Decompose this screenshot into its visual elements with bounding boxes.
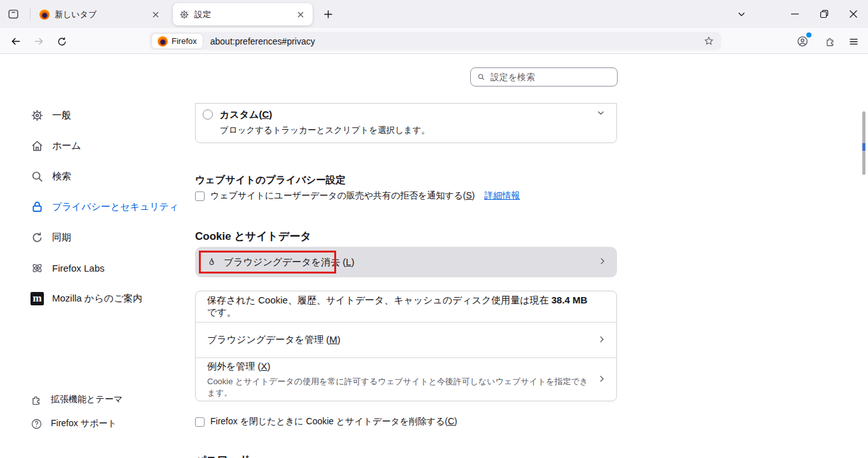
back-button[interactable] xyxy=(8,33,24,50)
url-bar[interactable]: Firefox about:preferences#privacy xyxy=(149,32,721,50)
sidebar-item-mozilla[interactable]: m Mozilla からのご案内 xyxy=(31,283,189,314)
website-privacy-heading: ウェブサイトのプライバシー設定 xyxy=(195,174,346,187)
cookies-heading: Cookie とサイトデータ xyxy=(195,229,311,244)
tab-title: 新しいタブ xyxy=(55,9,150,20)
custom-radio-label: カスタム(C) xyxy=(220,109,272,121)
flame-icon xyxy=(207,257,217,267)
sidebar-item-general[interactable]: 一般 xyxy=(31,100,189,130)
sidebar-item-label: Firefox Labs xyxy=(52,263,105,274)
menu-button[interactable] xyxy=(845,33,862,50)
settings-search-box[interactable] xyxy=(470,67,618,87)
disk-usage-row: 保存された Cookie、履歴、サイトデータ、キャッシュのディスク使用量は現在 … xyxy=(196,291,616,322)
tab-new-tab[interactable]: 新しいタブ xyxy=(33,3,168,25)
clear-browsing-data-label: ブラウジングデータを消去 (L) xyxy=(224,256,355,268)
sidebar-item-label: 同期 xyxy=(52,232,71,244)
sidebar-item-privacy-security[interactable]: プライバシーとセキュリティ xyxy=(31,191,189,222)
question-icon xyxy=(31,418,43,430)
notification-dot xyxy=(806,32,811,38)
disk-usage-value: 38.4 MB xyxy=(552,295,588,305)
sidebar-item-firefox-support[interactable]: Firefox サポート xyxy=(31,415,189,432)
sidebar-item-label: 一般 xyxy=(52,109,71,121)
clear-browsing-data-button[interactable]: ブラウジングデータを消去 (L) xyxy=(195,247,617,277)
chevron-right-icon xyxy=(598,257,607,268)
chevron-down-icon[interactable] xyxy=(597,108,605,120)
mozilla-logo-icon: m xyxy=(31,292,44,305)
sidebar-item-firefox-labs[interactable]: Firefox Labs xyxy=(31,253,189,283)
settings-search-input[interactable] xyxy=(491,72,611,82)
firefox-view-icon[interactable] xyxy=(5,6,22,22)
identity-chip[interactable]: Firefox xyxy=(152,34,203,48)
sidebar-item-label: 検索 xyxy=(52,170,71,183)
chevron-right-icon xyxy=(597,374,606,385)
account-button[interactable] xyxy=(794,33,811,50)
gear-icon xyxy=(31,109,44,122)
tab-close-icon[interactable] xyxy=(295,9,306,20)
disk-usage-text: 保存された Cookie、履歴、サイトデータ、キャッシュのディスク使用量は現在 … xyxy=(207,295,591,319)
sidebar-item-label: Mozilla からのご案内 xyxy=(52,293,142,305)
list-all-tabs-button[interactable] xyxy=(734,6,749,22)
delete-on-close-label: Firefox を閉じたときに Cookie とサイトデータを削除する(C) xyxy=(210,416,457,427)
url-text: about:preferences#privacy xyxy=(210,36,315,46)
manage-data-row[interactable]: ブラウジングデータを管理 (M) xyxy=(196,322,616,357)
tab-bar: 新しいタブ 設定 xyxy=(0,0,868,28)
manage-exceptions-description: Cookie とサイトデータの使用を常に許可するウェブサイトと今後許可しないウェ… xyxy=(207,376,591,399)
delete-on-close-row[interactable]: Firefox を閉じたときに Cookie とサイトデータを削除する(C) xyxy=(195,416,457,427)
custom-radio-description: ブロックするトラッカーとスクリプトを選択します。 xyxy=(220,125,430,136)
sidebar-item-label: プライバシーとセキュリティ xyxy=(52,201,179,213)
gear-icon xyxy=(179,10,189,20)
tab-settings[interactable]: 設定 xyxy=(173,3,313,25)
navigation-bar: Firefox about:preferences#privacy xyxy=(0,28,868,54)
cookies-group-box: 保存された Cookie、履歴、サイトデータ、キャッシュのディスク使用量は現在 … xyxy=(195,291,617,401)
atom-icon xyxy=(31,261,44,275)
sidebar-item-search[interactable]: 検索 xyxy=(31,161,189,191)
puzzle-icon xyxy=(31,394,43,406)
forward-button[interactable] xyxy=(31,33,47,50)
sidebar-item-label: Firefox サポート xyxy=(51,418,117,429)
custom-radio[interactable] xyxy=(203,109,213,120)
firefox-logo-icon xyxy=(39,10,50,20)
sync-icon xyxy=(31,231,44,244)
home-icon xyxy=(31,139,44,153)
scrollbar-highlight-mark xyxy=(862,143,865,151)
sidebar-item-label: 拡張機能とテーマ xyxy=(51,394,123,405)
new-tab-button[interactable] xyxy=(320,6,336,22)
lock-icon xyxy=(31,200,44,214)
sidebar-item-extensions-themes[interactable]: 拡張機能とテーマ xyxy=(31,391,189,408)
gpc-checkbox-row[interactable]: ウェブサイトにユーザーデータの販売や共有の拒否を通知する(S) 詳細情報 xyxy=(195,190,520,202)
window-close-button[interactable] xyxy=(844,5,862,23)
chevron-right-icon xyxy=(597,335,606,345)
bookmark-star-icon[interactable] xyxy=(702,35,715,48)
manage-exceptions-label: 例外を管理 (X) xyxy=(207,361,271,373)
gpc-checkbox-label: ウェブサイトにユーザーデータの販売や共有の拒否を通知する(S) xyxy=(210,190,475,202)
tab-close-icon[interactable] xyxy=(150,9,161,20)
firefox-logo-icon xyxy=(158,36,168,46)
tab-title: 設定 xyxy=(194,9,295,20)
tracking-custom-option[interactable]: カスタム(C) ブロックするトラッカーとスクリプトを選択します。 xyxy=(195,103,617,143)
passwords-heading-clipped: パスワード xyxy=(195,453,250,458)
learn-more-link[interactable]: 詳細情報 xyxy=(484,190,520,202)
extensions-icon[interactable] xyxy=(822,33,839,50)
identity-label: Firefox xyxy=(172,36,197,46)
sidebar-item-home[interactable]: ホーム xyxy=(31,130,189,161)
browser-window: 新しいタブ 設定 xyxy=(0,0,868,458)
search-icon xyxy=(31,170,44,183)
tab-separator xyxy=(30,8,31,20)
delete-on-close-checkbox[interactable] xyxy=(195,417,205,427)
manage-exceptions-row[interactable]: 例外を管理 (X) Cookie とサイトデータの使用を常に許可するウェブサイト… xyxy=(196,357,616,401)
reload-button[interactable] xyxy=(53,33,70,50)
sidebar-item-sync[interactable]: 同期 xyxy=(31,222,189,253)
manage-data-label: ブラウジングデータを管理 (M) xyxy=(207,334,341,346)
search-icon xyxy=(477,73,485,81)
minimize-button[interactable] xyxy=(786,5,804,23)
gpc-checkbox[interactable] xyxy=(195,191,205,201)
maximize-button[interactable] xyxy=(815,5,833,23)
sidebar-item-label: ホーム xyxy=(52,140,81,152)
